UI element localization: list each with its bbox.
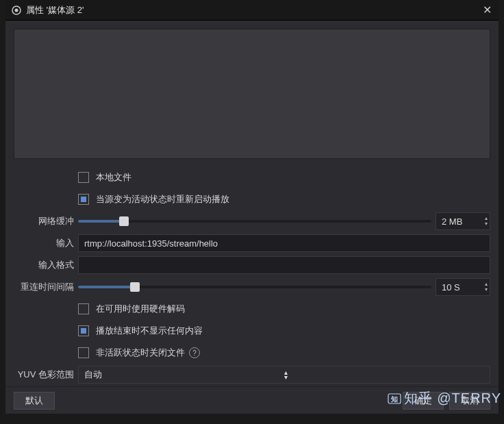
reconnect-slider[interactable] bbox=[78, 286, 431, 288]
restart-on-active-label: 当源变为活动状态时重新启动播放 bbox=[96, 193, 229, 205]
properties-dialog: 属性 '媒体源 2' ✕ 本地文件 当源变为活动状态时重新启动播放 网络缓冲 2… bbox=[5, 0, 499, 414]
dialog-title: 属性 '媒体源 2' bbox=[26, 4, 481, 16]
input-format-label: 输入格式 bbox=[14, 259, 78, 271]
cancel-button[interactable]: 取消 bbox=[449, 392, 490, 410]
help-icon[interactable]: ? bbox=[189, 347, 200, 358]
titlebar: 属性 '媒体源 2' ✕ bbox=[5, 0, 499, 21]
ok-button[interactable]: 确定 bbox=[403, 392, 444, 410]
local-file-checkbox[interactable] bbox=[78, 172, 89, 183]
hw-decode-label: 在可用时使用硬件解码 bbox=[96, 303, 185, 315]
reconnect-label: 重连时间间隔 bbox=[14, 281, 78, 293]
input-label: 输入 bbox=[14, 237, 78, 249]
network-buffer-value: 2 MB bbox=[436, 216, 477, 227]
svg-point-1 bbox=[15, 8, 18, 12]
form-area: 本地文件 当源变为活动状态时重新启动播放 网络缓冲 2 MB ▴▾ 输入 输入格… bbox=[5, 159, 499, 386]
hide-on-end-label: 播放结束时不显示任何内容 bbox=[96, 325, 203, 337]
chevron-updown-icon: ▴▾ bbox=[284, 370, 484, 379]
chevron-down-icon[interactable]: ▾ bbox=[479, 287, 488, 292]
input-format-field[interactable] bbox=[78, 256, 490, 274]
local-file-label: 本地文件 bbox=[96, 171, 131, 184]
network-buffer-slider[interactable] bbox=[78, 220, 431, 223]
close-inactive-checkbox[interactable] bbox=[78, 347, 89, 358]
yuv-label: YUV 色彩范围 bbox=[14, 369, 78, 381]
obs-icon bbox=[11, 5, 22, 16]
hw-decode-checkbox[interactable] bbox=[78, 303, 89, 314]
yuv-value: 自动 bbox=[84, 369, 284, 381]
input-url-field[interactable] bbox=[78, 234, 490, 252]
dialog-footer: 默认 确定 取消 bbox=[5, 386, 499, 414]
network-buffer-spin[interactable]: 2 MB ▴▾ bbox=[436, 212, 490, 230]
restart-on-active-checkbox[interactable] bbox=[78, 194, 89, 205]
close-inactive-label: 非活跃状态时关闭文件 bbox=[96, 347, 185, 359]
hide-on-end-checkbox[interactable] bbox=[78, 325, 89, 336]
preview-area bbox=[14, 29, 490, 159]
reconnect-spin[interactable]: 10 S ▴▾ bbox=[436, 278, 490, 296]
chevron-down-icon[interactable]: ▾ bbox=[479, 221, 488, 227]
defaults-button[interactable]: 默认 bbox=[14, 392, 55, 410]
yuv-select[interactable]: 自动 ▴▾ bbox=[78, 366, 490, 384]
close-icon[interactable]: ✕ bbox=[481, 4, 493, 16]
reconnect-value: 10 S bbox=[436, 282, 477, 292]
network-buffer-label: 网络缓冲 bbox=[14, 215, 78, 227]
